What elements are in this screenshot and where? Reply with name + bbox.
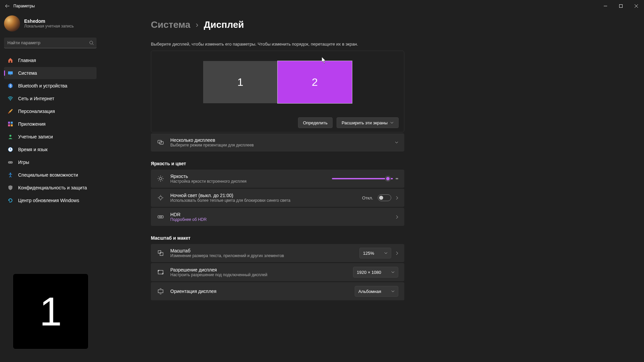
svg-point-17	[11, 162, 12, 163]
orientation-select[interactable]: Альбомная	[355, 286, 398, 297]
sidebar-item-apps[interactable]: Приложения	[4, 118, 97, 130]
sidebar-item-label: Центр обновления Windows	[18, 198, 79, 203]
svg-line-28	[162, 177, 163, 177]
hdr-link[interactable]: Подробнее об HDR	[170, 217, 390, 222]
card-sub: Изменение размера текста, приложений и д…	[170, 253, 353, 258]
sidebar-item-label: Персонализация	[18, 109, 55, 114]
sidebar-item-gaming[interactable]: Игры	[4, 156, 97, 168]
night-light-card[interactable]: Ночной свет (выкл. до 21:00) Использоват…	[151, 189, 404, 207]
chevron-down-icon	[391, 271, 395, 273]
titlebar: Параметры	[0, 0, 644, 12]
gamepad-icon	[7, 159, 13, 165]
svg-point-12	[9, 135, 11, 137]
update-icon	[7, 197, 13, 203]
apps-icon	[7, 121, 13, 127]
sidebar-item-label: Приложения	[18, 121, 46, 127]
sidebar-item-label: Игры	[18, 160, 29, 165]
display-canvas[interactable]: 1 2	[151, 51, 404, 113]
sidebar-item-time[interactable]: Время и язык	[4, 143, 97, 156]
section-scale-layout: Масштаб и макет	[151, 235, 404, 241]
sidebar-item-network[interactable]: Сеть и Интернет	[4, 93, 97, 105]
search-icon	[89, 41, 94, 45]
svg-rect-8	[8, 122, 10, 124]
scale-select[interactable]: 125%	[359, 248, 391, 258]
maximize-button[interactable]	[613, 0, 629, 12]
search-input[interactable]	[4, 38, 97, 48]
multi-display-mode-select[interactable]: Расширить эти экраны	[337, 117, 399, 128]
display-1[interactable]: 1	[203, 61, 278, 103]
chevron-right-icon	[396, 251, 398, 255]
svg-rect-39	[158, 270, 163, 274]
svg-rect-15	[8, 161, 13, 164]
chevron-right-icon: ›	[196, 20, 198, 29]
bluetooth-icon	[7, 83, 13, 89]
card-title: Разрешение дисплея	[170, 267, 347, 273]
svg-point-18	[10, 173, 11, 174]
sidebar-item-label: Время и язык	[18, 147, 48, 152]
card-title: Масштаб	[170, 248, 353, 253]
svg-rect-3	[8, 71, 13, 74]
svg-point-7	[8, 112, 9, 114]
breadcrumb-root[interactable]: Система	[151, 19, 190, 30]
svg-rect-2	[10, 61, 11, 63]
profile-name: Eshedom	[24, 18, 74, 24]
identify-button[interactable]: Определить	[298, 117, 333, 128]
sidebar-item-accessibility[interactable]: Специальные возможности	[4, 169, 97, 181]
svg-rect-11	[11, 124, 13, 126]
orientation-card: Ориентация дисплея Альбомная	[151, 282, 404, 300]
card-title: Ночной свет (выкл. до 21:00)	[170, 193, 356, 198]
orientation-icon	[157, 288, 164, 295]
monitors-icon	[157, 139, 164, 146]
svg-point-1	[90, 41, 93, 44]
back-button[interactable]	[3, 1, 12, 11]
home-icon	[7, 57, 13, 63]
night-light-icon	[157, 194, 164, 201]
card-sub: Настроить разрешение под подключенный ди…	[170, 273, 347, 277]
card-title: HDR	[170, 212, 390, 217]
svg-rect-10	[8, 124, 10, 126]
resolution-select[interactable]: 1920 × 1080	[353, 267, 398, 278]
card-sub: Использовать более теплые цвета для блок…	[170, 198, 356, 203]
brightness-slider[interactable]	[332, 178, 398, 179]
display-2[interactable]: 2	[278, 61, 352, 103]
shield-icon	[7, 185, 13, 191]
window-title: Параметры	[13, 4, 35, 8]
accessibility-icon	[7, 172, 13, 178]
scale-card[interactable]: Масштаб Изменение размера текста, прилож…	[151, 244, 404, 262]
profile-sub: Локальная учетная запись	[24, 24, 74, 28]
svg-line-27	[162, 180, 163, 181]
night-light-toggle[interactable]	[378, 194, 391, 201]
svg-point-6	[10, 100, 11, 101]
breadcrumb: Система › Дисплей	[151, 19, 404, 30]
helper-text: Выберите дисплей, чтобы изменить его пар…	[151, 42, 404, 47]
toggle-state-label: Откл.	[362, 195, 373, 200]
avatar	[4, 15, 20, 32]
profile-block[interactable]: Eshedom Локальная учетная запись	[4, 14, 97, 38]
sidebar-item-home[interactable]: Главная	[4, 54, 97, 66]
svg-rect-0	[620, 5, 623, 8]
svg-rect-4	[10, 75, 11, 75]
sidebar-item-system[interactable]: Система	[4, 67, 97, 79]
user-icon	[7, 134, 13, 140]
sidebar-item-label: Система	[18, 70, 37, 76]
multiple-displays-card[interactable]: Несколько дисплеев Выберите режим презен…	[151, 133, 404, 152]
chevron-down-icon	[391, 290, 395, 292]
sidebar-item-personalization[interactable]: Персонализация	[4, 105, 97, 117]
resolution-card: Разрешение дисплея Настроить разрешение …	[151, 263, 404, 281]
hdr-card[interactable]: HDR HDR Подробнее об HDR	[151, 208, 404, 226]
sidebar-item-privacy[interactable]: Конфиденциальность и защита	[4, 182, 97, 194]
system-icon	[7, 70, 13, 76]
chevron-right-icon	[396, 215, 398, 219]
svg-line-29	[159, 180, 159, 181]
minimize-button[interactable]	[598, 0, 613, 12]
sidebar-item-accounts[interactable]: Учетные записи	[4, 131, 97, 143]
sidebar-item-bluetooth[interactable]: Bluetooth и устройства	[4, 80, 97, 92]
svg-rect-37	[158, 251, 161, 253]
svg-rect-40	[158, 290, 163, 293]
sidebar-item-label: Сеть и Интернет	[18, 96, 54, 101]
svg-point-16	[9, 162, 10, 163]
display-arrangement: 1 2 Определить Расширить эти экраны	[151, 51, 404, 132]
section-brightness-color: Яркость и цвет	[151, 161, 404, 166]
close-button[interactable]	[629, 0, 644, 12]
sidebar-item-update[interactable]: Центр обновления Windows	[4, 194, 97, 206]
